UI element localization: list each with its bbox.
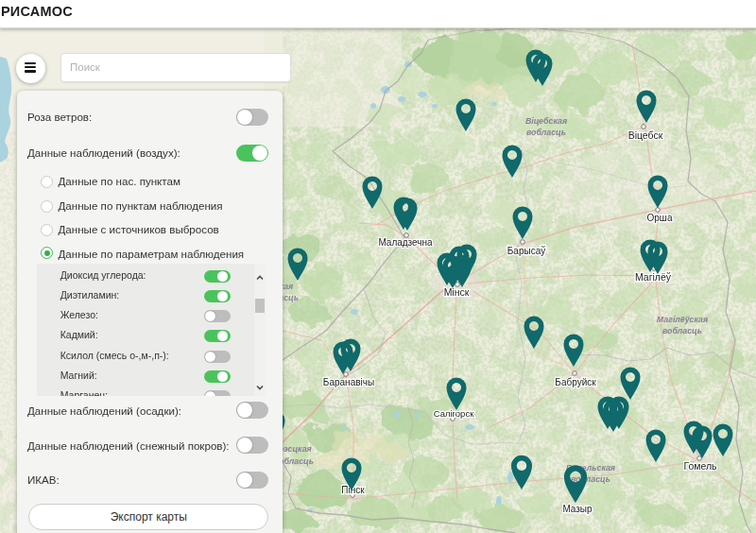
svg-text:Віцебская: Віцебская [525,116,568,126]
svg-text:Магілёў: Магілёў [635,271,672,283]
svg-text:вобласць: вобласць [662,326,702,335]
svg-text:Баранавічы: Баранавічы [323,377,374,387]
svg-text:Магілёўская: Магілёўская [657,315,709,324]
svg-text:вобласць: вобласць [526,128,566,137]
svg-text:Віцебск: Віцебск [628,129,663,141]
svg-text:Орша: Орша [647,213,673,223]
svg-text:Маладзечна: Маладзечна [378,237,433,248]
svg-text:Салігорск: Салігорск [434,408,474,419]
svg-text:Мінск: Мінск [444,286,470,298]
svg-text:Барысаў: Барысаў [507,246,545,256]
svg-text:Гомель: Гомель [683,460,717,472]
svg-text:Бабруйск: Бабруйск [555,377,596,387]
svg-text:Мазыр: Мазыр [562,504,593,514]
